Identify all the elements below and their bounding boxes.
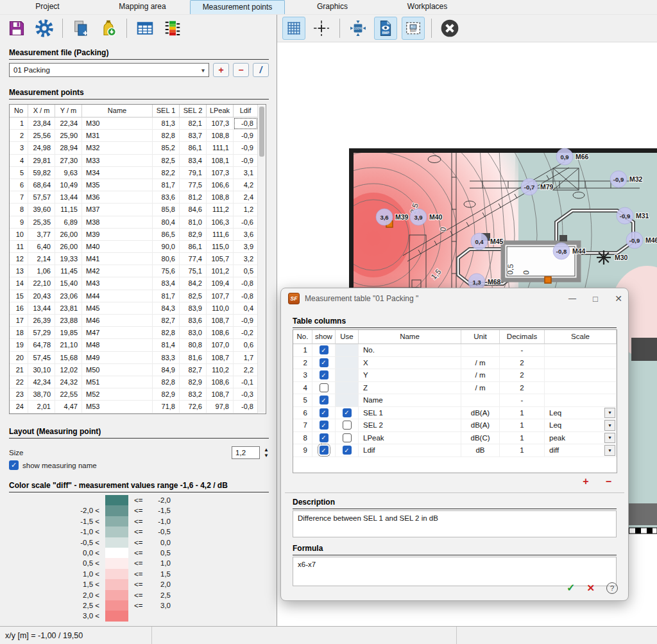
checkbox[interactable]: ✓ <box>343 446 352 455</box>
table-cell[interactable]: 26,00 <box>55 241 82 253</box>
grid-cell[interactable]: diff▾ <box>545 444 617 457</box>
table-cell[interactable]: 90,0 <box>153 241 180 253</box>
table-cell[interactable]: 0,5 <box>234 265 258 277</box>
table-cell[interactable]: 22,34 <box>55 117 82 130</box>
table-cell[interactable]: M42 <box>82 265 153 277</box>
table-cell[interactable]: M40 <box>82 241 153 253</box>
grid-column-header[interactable]: Decimals <box>500 330 545 344</box>
table-cell[interactable]: 1,06 <box>28 265 55 277</box>
table-cell[interactable]: 83,4 <box>153 277 180 290</box>
checkbox[interactable]: ✓ <box>320 370 328 379</box>
checkbox[interactable]: ✓ <box>320 433 328 442</box>
checkbox[interactable]: ✓ <box>320 358 328 367</box>
table-cell[interactable]: 2 <box>10 130 28 142</box>
table-cell[interactable]: -0,8 <box>234 401 258 413</box>
table-cell[interactable]: 83,3 <box>153 352 180 364</box>
grid-column-header[interactable]: show <box>312 330 336 344</box>
table-cell[interactable]: 111,1 <box>207 142 234 154</box>
grid-cell[interactable] <box>461 394 500 407</box>
table-cell[interactable]: 9,63 <box>55 167 82 179</box>
grid-cell[interactable]: Ldif <box>359 444 461 457</box>
add-column-button[interactable]: + <box>583 476 588 487</box>
help-button[interactable]: ? <box>606 582 618 594</box>
table-cell[interactable]: 111,2 <box>207 204 234 216</box>
table-cell[interactable]: 86,5 <box>153 229 180 241</box>
measurement-point-m32[interactable]: -0,9M32 <box>610 171 643 187</box>
table-cell[interactable]: 83,0 <box>180 327 207 339</box>
column-header[interactable]: No <box>10 105 28 117</box>
grid-cell[interactable]: ✓ <box>312 344 336 357</box>
table-cell[interactable]: 4,2 <box>234 179 258 191</box>
measurement-file-select[interactable]: 01 Packing ▾ <box>9 63 209 77</box>
grid-cell[interactable]: 2 <box>293 357 312 370</box>
table-cell[interactable]: 25,35 <box>28 216 55 229</box>
table-cell[interactable]: 108,7 <box>207 388 234 401</box>
table-cell[interactable]: 6,89 <box>55 216 82 229</box>
table-cell[interactable]: M51 <box>82 376 153 388</box>
grid-cell[interactable]: ✓ <box>312 444 336 457</box>
table-cell[interactable]: 84,6 <box>180 204 207 216</box>
table-cell[interactable]: 22,10 <box>28 277 55 290</box>
table-cell[interactable]: 83,2 <box>180 388 207 401</box>
grid-cell[interactable]: Y <box>359 369 461 382</box>
show-measuring-name-checkbox[interactable]: ✓ <box>9 460 19 470</box>
table-cell[interactable]: 19,85 <box>55 327 82 339</box>
grid-column-header[interactable]: No. <box>293 330 312 344</box>
table-cell[interactable]: 82,5 <box>180 290 207 302</box>
checkbox[interactable]: ✓ <box>320 345 328 354</box>
table-cell[interactable]: 81,3 <box>153 117 180 130</box>
table-cell[interactable]: 75,6 <box>153 265 180 277</box>
table-cell[interactable]: 6,40 <box>28 241 55 253</box>
table-cell[interactable]: 22 <box>10 376 28 388</box>
table-cell[interactable]: 24,32 <box>55 376 82 388</box>
grid-cell[interactable]: 2 <box>500 357 545 370</box>
scale-dropdown-button[interactable]: ▾ <box>604 408 615 419</box>
table-cell[interactable]: 77,4 <box>180 253 207 265</box>
table-cell[interactable]: 85,2 <box>153 142 180 154</box>
grid-column-header[interactable]: Name <box>359 330 461 344</box>
table-cell[interactable]: -0,9 <box>234 130 258 142</box>
table-cell[interactable]: 81,6 <box>180 352 207 364</box>
table-cell[interactable]: 3,6 <box>234 229 258 241</box>
table-cell[interactable]: 1,7 <box>234 352 258 364</box>
table-cell[interactable]: 3 <box>10 142 28 154</box>
table-cell[interactable]: 106,6 <box>207 179 234 191</box>
table-cell[interactable]: 101,2 <box>207 265 234 277</box>
table-cell[interactable]: 105,7 <box>207 253 234 265</box>
minimize-button[interactable]: — <box>568 294 577 303</box>
tab-measurement-points[interactable]: Measurement points <box>190 0 285 14</box>
grid-cell[interactable]: 4 <box>293 382 312 395</box>
grid-cell[interactable]: ✓ <box>312 369 336 382</box>
table-cell[interactable]: -0,6 <box>234 216 258 229</box>
column-header[interactable]: Y / m <box>55 105 82 117</box>
grid-cell[interactable]: 3 <box>293 369 312 382</box>
table-cell[interactable]: M36 <box>82 191 153 204</box>
table-cell[interactable]: 30,10 <box>28 364 55 376</box>
table-cell[interactable]: 39,60 <box>28 204 55 216</box>
grid-cell[interactable]: ✓ <box>312 419 336 432</box>
table-cell[interactable]: 111,6 <box>207 229 234 241</box>
grid-cell[interactable]: / m <box>461 357 500 370</box>
description-input[interactable]: Difference between SEL 1 and SEL 2 in dB <box>293 510 617 537</box>
grid-cell[interactable]: - <box>500 344 545 357</box>
table-cell[interactable]: 23,84 <box>28 117 55 130</box>
grid-cell[interactable]: ✓ <box>312 394 336 407</box>
spin-up-icon[interactable]: ▲ <box>264 448 269 452</box>
table-cell[interactable]: 12,02 <box>55 364 82 376</box>
grid-cell[interactable]: dB(C) <box>461 432 500 445</box>
table-cell[interactable]: 81,4 <box>153 339 180 351</box>
grid-cell[interactable]: dB(A) <box>461 419 500 432</box>
scale-dropdown-button[interactable]: ▾ <box>604 420 615 431</box>
table-cell[interactable]: 109,4 <box>207 277 234 290</box>
grid-column-header[interactable]: Unit <box>461 330 500 344</box>
grid-cell[interactable]: ✓ <box>312 407 336 420</box>
add-file-button[interactable]: + <box>213 63 229 77</box>
spin-down-icon[interactable]: ▼ <box>264 454 269 458</box>
table-cell[interactable]: 11 <box>10 241 28 253</box>
table-cell[interactable]: 57,29 <box>28 327 55 339</box>
grid-cell[interactable]: peak▾ <box>545 432 617 445</box>
table-cell[interactable]: 71,8 <box>153 401 180 413</box>
table-cell[interactable]: 15,68 <box>55 352 82 364</box>
grid-cell[interactable]: ✓ <box>312 357 336 370</box>
table-cell[interactable]: 64,78 <box>28 339 55 351</box>
